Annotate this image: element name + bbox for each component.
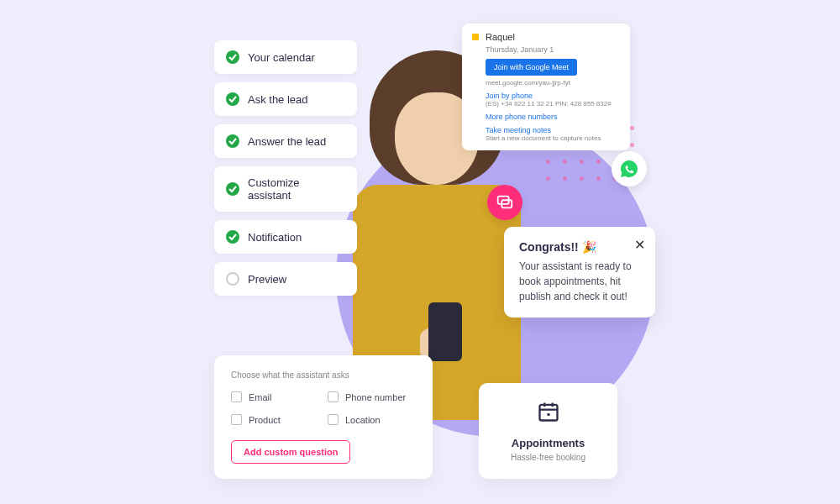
chat-bubble[interactable] bbox=[487, 185, 522, 220]
checklist-item-customize[interactable]: Customize assistant bbox=[214, 166, 357, 212]
checklist-item-ask[interactable]: Ask the lead bbox=[214, 82, 357, 116]
join-phone-link[interactable]: Join by phone bbox=[486, 92, 620, 100]
checklist-label: Preview bbox=[248, 273, 286, 286]
checklist-item-answer[interactable]: Answer the lead bbox=[214, 124, 357, 158]
checklist-item-notification[interactable]: Notification bbox=[214, 220, 357, 254]
close-icon[interactable]: ✕ bbox=[634, 237, 645, 253]
appointments-subtitle: Hassle-free booking bbox=[496, 453, 601, 462]
svg-rect-2 bbox=[539, 405, 557, 421]
check-icon bbox=[226, 50, 239, 64]
whatsapp-bubble[interactable] bbox=[612, 151, 647, 186]
chat-icon bbox=[496, 193, 514, 212]
checklist-label: Your calendar bbox=[248, 51, 315, 64]
check-icon bbox=[226, 134, 239, 148]
checklist-label: Ask the lead bbox=[248, 93, 308, 106]
add-custom-question-button[interactable]: Add custom question bbox=[231, 440, 350, 464]
calendar-icon bbox=[537, 400, 560, 423]
more-phones-link[interactable]: More phone numbers bbox=[486, 113, 620, 121]
checkbox-icon bbox=[328, 414, 339, 425]
check-icon-empty bbox=[226, 272, 239, 286]
whatsapp-icon bbox=[619, 159, 639, 179]
assistant-form-card: Choose what the assistant asks Email Pho… bbox=[214, 355, 433, 479]
check-icon bbox=[226, 230, 239, 244]
meet-url: meet.google.com/yau-jjrp-fyt bbox=[486, 79, 620, 87]
appointments-title: Appointments bbox=[496, 437, 601, 449]
event-date: Thursday, January 1 bbox=[486, 45, 620, 54]
checkbox-product[interactable]: Product bbox=[231, 414, 319, 425]
checkbox-label: Phone number bbox=[345, 392, 406, 402]
checkbox-icon bbox=[328, 391, 339, 402]
appointments-card[interactable]: Appointments Hassle-free booking bbox=[479, 383, 617, 479]
checklist-label: Customize assistant bbox=[248, 176, 345, 202]
checkbox-icon bbox=[231, 414, 242, 425]
svg-point-6 bbox=[547, 413, 550, 417]
check-icon bbox=[226, 182, 239, 196]
congrats-card: ✕ Congrats!! 🎉 Your assistant is ready t… bbox=[504, 227, 655, 318]
checklist-label: Notification bbox=[248, 231, 302, 244]
checklist-item-calendar[interactable]: Your calendar bbox=[214, 40, 357, 74]
checkbox-icon bbox=[231, 391, 242, 402]
checkbox-email[interactable]: Email bbox=[231, 391, 319, 402]
take-notes-link[interactable]: Take meeting notes bbox=[486, 126, 620, 134]
notes-sub: Start a new document to capture notes bbox=[486, 134, 620, 142]
calendar-event-card: Raquel Thursday, January 1 Join with Goo… bbox=[462, 24, 630, 150]
checklist-item-preview[interactable]: Preview bbox=[214, 262, 357, 296]
phone-illustration bbox=[428, 302, 462, 361]
congrats-body: Your assistant is ready to book appointm… bbox=[519, 259, 640, 304]
congrats-title: Congrats!! 🎉 bbox=[519, 240, 640, 254]
calendar-color-icon bbox=[472, 34, 479, 40]
checkbox-location[interactable]: Location bbox=[328, 414, 416, 425]
phone-number: (ES) +34 822 11 32 21 PIN: 428 855 832# bbox=[486, 100, 620, 108]
checkbox-label: Product bbox=[249, 415, 281, 425]
form-title: Choose what the assistant asks bbox=[231, 370, 416, 380]
checkbox-label: Location bbox=[345, 415, 381, 425]
checklist-label: Answer the lead bbox=[248, 135, 326, 148]
setup-checklist: Your calendar Ask the lead Answer the le… bbox=[214, 40, 357, 304]
checkbox-label: Email bbox=[249, 392, 272, 402]
join-meet-button[interactable]: Join with Google Meet bbox=[486, 59, 577, 76]
checkbox-phone[interactable]: Phone number bbox=[328, 391, 416, 402]
check-icon bbox=[226, 92, 239, 106]
event-name: Raquel bbox=[486, 32, 515, 42]
